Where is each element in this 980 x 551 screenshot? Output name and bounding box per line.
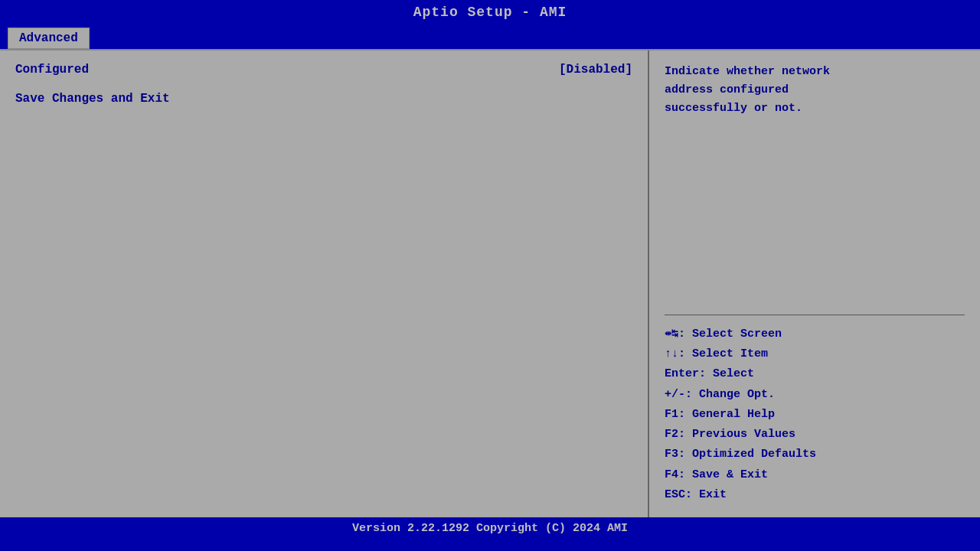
- footer: Version 2.22.1292 Copyright (C) 2024 AMI: [0, 517, 980, 540]
- shortcut-enter: Enter: Select: [665, 364, 965, 384]
- shortcut-f3: F3: Optimized Defaults: [665, 445, 965, 465]
- shortcuts: ⇹↹: Select Screen ↑↓: Select Item Enter:…: [665, 324, 965, 505]
- left-panel: Configured [Disabled] Save Changes and E…: [0, 51, 649, 517]
- save-exit-label: Save Changes and Exit: [15, 92, 170, 106]
- configured-item[interactable]: Configured [Disabled]: [15, 63, 632, 77]
- shortcut-f2: F2: Previous Values: [665, 425, 965, 445]
- configured-label: Configured: [15, 63, 89, 77]
- divider: [665, 315, 965, 315]
- footer-text: Version 2.22.1292 Copyright (C) 2024 AMI: [352, 522, 628, 535]
- configured-value: [Disabled]: [559, 63, 632, 77]
- shortcut-change-opt: +/-: Change Opt.: [665, 385, 965, 405]
- help-text: Indicate whether networkaddress configur…: [665, 63, 965, 307]
- title-text: Aptio Setup - AMI: [413, 5, 567, 20]
- save-exit-item[interactable]: Save Changes and Exit: [15, 92, 632, 106]
- shortcut-esc: ESC: Exit: [665, 485, 965, 505]
- shortcut-f1: F1: General Help: [665, 405, 965, 425]
- shortcut-select-item: ↑↓: Select Item: [665, 344, 965, 364]
- tab-bar: Advanced: [0, 24, 980, 49]
- shortcut-select-screen: ⇹↹: Select Screen: [665, 324, 965, 344]
- shortcut-f4: F4: Save & Exit: [665, 465, 965, 485]
- main-area: Configured [Disabled] Save Changes and E…: [0, 49, 980, 517]
- right-panel: Indicate whether networkaddress configur…: [649, 51, 980, 517]
- title-bar: Aptio Setup - AMI: [0, 0, 980, 24]
- help-content: Indicate whether networkaddress configur…: [665, 65, 830, 115]
- advanced-tab[interactable]: Advanced: [8, 28, 90, 49]
